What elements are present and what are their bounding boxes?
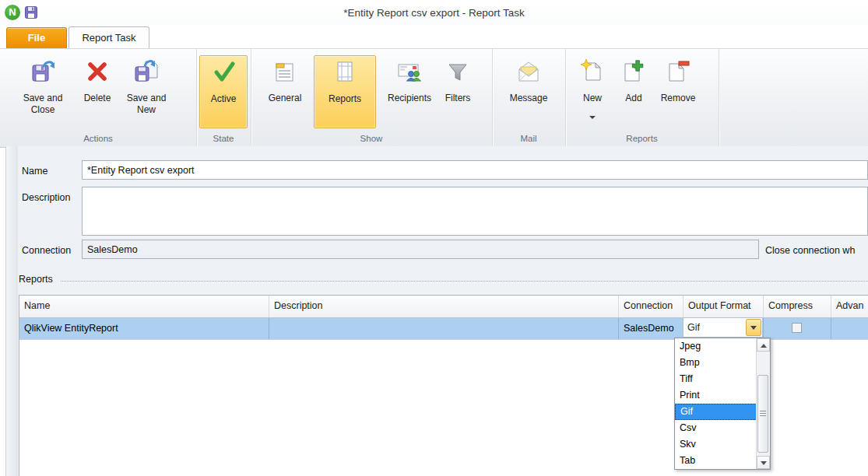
show-general-button[interactable]: General xyxy=(259,55,311,127)
column-header-name[interactable]: Name xyxy=(19,296,269,317)
button-label: Save and New xyxy=(118,93,174,116)
cell-report-name: QlikView EntityReport xyxy=(19,318,269,339)
column-header-connection[interactable]: Connection xyxy=(619,296,684,317)
group-label-state: State xyxy=(196,134,251,143)
recipients-icon xyxy=(397,59,422,84)
ribbon: Save and Close Delete xyxy=(0,48,868,148)
ribbon-group-reports: New Add xyxy=(565,49,719,147)
cell-advanced xyxy=(831,318,868,339)
cell-compress xyxy=(764,318,831,339)
button-label: Message xyxy=(501,93,557,104)
button-label: Save and Close xyxy=(14,93,72,116)
reports-section-divider xyxy=(61,281,868,282)
name-label: Name xyxy=(22,166,47,177)
dropdown-option-gif[interactable]: Gif xyxy=(675,404,757,420)
save-and-new-icon xyxy=(134,59,159,84)
output-format-dropdown-list: Jpeg Bmp Tiff Print Gif Csv Skv Tab xyxy=(674,338,771,470)
save-and-close-icon xyxy=(30,59,55,84)
dropdown-option-jpeg[interactable]: Jpeg xyxy=(675,338,757,355)
cell-report-description xyxy=(269,318,619,339)
new-report-button[interactable]: New xyxy=(574,55,611,127)
connection-label: Connection xyxy=(22,245,71,256)
group-label-reports: Reports xyxy=(565,134,719,143)
scroll-down-button[interactable] xyxy=(757,456,770,469)
column-header-description[interactable]: Description xyxy=(269,296,619,317)
description-label: Description xyxy=(22,192,71,203)
tab-report-task[interactable]: Report Task xyxy=(69,26,149,49)
ribbon-group-actions: Save and Close Delete xyxy=(0,49,197,147)
compress-checkbox[interactable] xyxy=(792,323,802,333)
output-format-combobox[interactable]: Gif xyxy=(683,317,763,338)
dropdown-option-tiff[interactable]: Tiff xyxy=(675,371,757,387)
dropdown-option-csv[interactable]: Csv xyxy=(675,420,757,436)
scrollbar-thumb[interactable] xyxy=(757,375,768,453)
report-task-window: N *Entity Report csv export - Report Tas… xyxy=(0,0,868,476)
group-label-mail: Mail xyxy=(492,134,565,143)
button-label: Active xyxy=(200,93,247,105)
button-label: Add xyxy=(617,93,651,104)
general-doc-icon xyxy=(272,59,297,84)
save-and-close-button[interactable]: Save and Close xyxy=(14,55,72,127)
combobox-value: Gif xyxy=(687,322,700,333)
delete-icon xyxy=(85,59,110,84)
ribbon-group-show: General Reports xyxy=(251,49,493,147)
ribbon-group-state: Active State xyxy=(196,49,251,147)
button-label: Remove xyxy=(654,93,702,104)
chevron-down-icon xyxy=(750,326,757,330)
title-bar: N *Entity Report csv export - Report Tas… xyxy=(0,0,868,25)
arrow-down-icon xyxy=(761,461,767,465)
page-title: *Entity Report csv export - Report Task xyxy=(0,7,868,19)
dropdown-scrollbar[interactable] xyxy=(756,338,770,469)
name-field[interactable] xyxy=(82,160,868,180)
delete-button[interactable]: Delete xyxy=(75,55,120,127)
close-connection-label: Close connection wh xyxy=(765,245,855,256)
arrow-up-icon xyxy=(761,344,767,348)
filter-funnel-icon xyxy=(445,59,470,84)
description-field[interactable] xyxy=(82,187,868,236)
table-header-row: Name Description Connection Output Forma… xyxy=(19,296,868,318)
new-report-icon xyxy=(580,59,605,84)
remove-report-button[interactable]: Remove xyxy=(654,55,702,127)
new-dropdown-caret-icon[interactable] xyxy=(589,116,596,119)
reports-section-label: Reports xyxy=(19,274,53,285)
group-label-show: Show xyxy=(251,134,492,143)
show-reports-button[interactable]: Reports xyxy=(314,55,376,128)
dropdown-option-skv[interactable]: Skv xyxy=(675,436,757,453)
connection-field[interactable] xyxy=(82,240,759,259)
active-toggle-button[interactable]: Active xyxy=(199,55,248,128)
button-label: New xyxy=(574,93,611,104)
reports-layout-icon xyxy=(332,59,357,84)
combobox-dropdown-button[interactable] xyxy=(746,319,761,336)
save-and-new-button[interactable]: Save and New xyxy=(118,55,174,127)
scroll-up-button[interactable] xyxy=(757,338,770,352)
add-report-icon xyxy=(621,59,646,84)
cell-report-connection: SalesDemo xyxy=(619,318,684,339)
message-envelope-icon xyxy=(516,59,541,84)
message-button[interactable]: Message xyxy=(501,55,557,127)
active-check-icon xyxy=(211,59,236,84)
dropdown-option-print[interactable]: Print xyxy=(675,387,757,404)
button-label: General xyxy=(259,93,311,104)
button-label: Delete xyxy=(75,93,120,104)
button-label: Reports xyxy=(315,93,375,105)
ribbon-tab-row: File Report Task xyxy=(0,25,868,48)
dropdown-option-bmp[interactable]: Bmp xyxy=(675,355,757,371)
column-header-advanced[interactable]: Advan xyxy=(831,296,868,317)
group-label-actions: Actions xyxy=(0,134,196,143)
thumb-grip-icon xyxy=(760,411,766,416)
column-header-compress[interactable]: Compress xyxy=(764,296,831,317)
tab-file[interactable]: File xyxy=(6,27,67,48)
show-filters-button[interactable]: Filters xyxy=(430,55,486,127)
dropdown-option-tab[interactable]: Tab xyxy=(675,453,757,469)
button-label: Filters xyxy=(430,93,486,104)
add-report-button[interactable]: Add xyxy=(617,55,651,127)
ribbon-group-mail: Message Mail xyxy=(492,49,566,147)
remove-report-icon xyxy=(666,59,691,84)
side-panel-splitter[interactable] xyxy=(5,146,19,476)
column-header-output-format[interactable]: Output Format xyxy=(684,296,764,317)
